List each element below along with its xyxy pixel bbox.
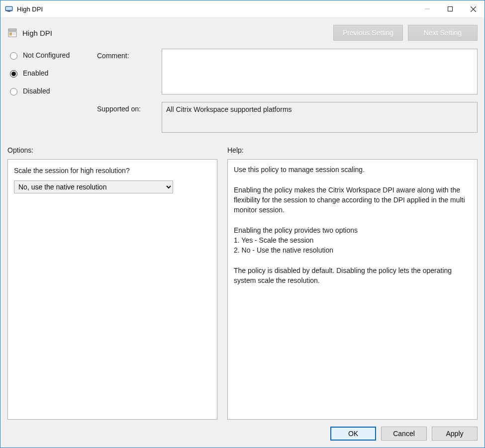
section-labels: Options: Help: (0, 141, 485, 156)
header-row: High DPI Previous Setting Next Setting (0, 18, 485, 46)
svg-rect-1 (6, 7, 12, 10)
radio-not-configured-input[interactable] (10, 52, 17, 60)
svg-rect-4 (448, 7, 453, 11)
supported-on-label: Supported on: (97, 96, 157, 113)
svg-rect-7 (8, 29, 16, 31)
form-grid: Not Configured Enabled Disabled Comment:… (0, 46, 485, 134)
ok-button[interactable]: OK (330, 427, 376, 441)
scale-prompt: Scale the session for high resolution? (14, 167, 211, 175)
comment-textarea[interactable] (162, 49, 478, 94)
radio-not-configured-label: Not Configured (23, 51, 70, 59)
svg-line-6 (471, 6, 476, 12)
dialog-footer: OK Cancel Apply (0, 420, 485, 448)
svg-line-5 (471, 6, 476, 12)
app-icon (5, 5, 13, 13)
next-setting-button[interactable]: Next Setting (408, 25, 478, 41)
scale-select[interactable]: No, use the native resolution (14, 180, 173, 193)
radio-enabled-label: Enabled (23, 69, 48, 77)
svg-rect-11 (12, 33, 15, 35)
content-area: High DPI Previous Setting Next Setting N… (0, 18, 485, 448)
policy-editor-window: High DPI High DPI Previous (0, 0, 485, 448)
options-panel: Scale the session for high resolution? N… (7, 159, 217, 420)
window-title: High DPI (17, 5, 43, 13)
policy-icon (7, 28, 17, 38)
state-radio-group: Not Configured Enabled Disabled (7, 49, 92, 95)
radio-disabled-input[interactable] (10, 88, 17, 95)
svg-rect-2 (7, 11, 10, 12)
cancel-button[interactable]: Cancel (381, 427, 427, 441)
minimize-button[interactable] (416, 1, 439, 16)
radio-disabled-label: Disabled (23, 87, 50, 95)
body-row: Scale the session for high resolution? N… (0, 159, 485, 420)
options-section-label: Options: (7, 146, 217, 154)
previous-setting-button[interactable]: Previous Setting (333, 25, 403, 41)
radio-enabled-input[interactable] (10, 70, 17, 78)
apply-button[interactable]: Apply (432, 427, 478, 441)
help-section-label: Help: (227, 146, 478, 154)
maximize-button[interactable] (439, 1, 462, 16)
comment-label: Comment: (97, 49, 157, 60)
close-button[interactable] (462, 1, 485, 16)
supported-on-value (162, 102, 478, 133)
svg-rect-9 (9, 33, 12, 34)
radio-not-configured[interactable]: Not Configured (7, 51, 92, 60)
radio-enabled[interactable]: Enabled (7, 69, 92, 78)
radio-disabled[interactable]: Disabled (7, 87, 92, 95)
titlebar: High DPI (0, 0, 485, 18)
help-text[interactable]: Use this policy to manage session scalin… (228, 160, 477, 419)
policy-title: High DPI (22, 29, 328, 37)
help-panel: Use this policy to manage session scalin… (227, 159, 478, 420)
svg-rect-10 (9, 34, 12, 35)
